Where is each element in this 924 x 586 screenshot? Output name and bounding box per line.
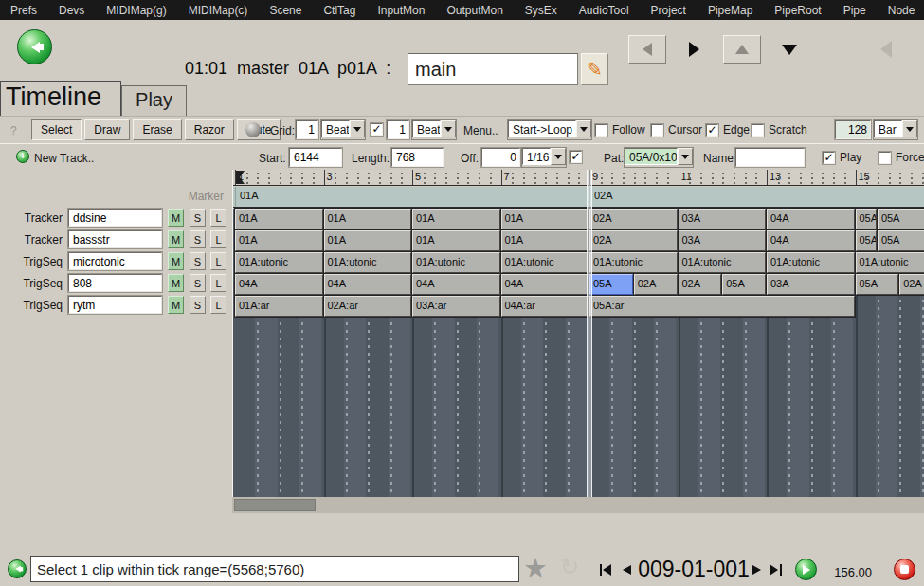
- new-track-button[interactable]: New Track..: [34, 152, 94, 165]
- lock-button[interactable]: L: [210, 274, 226, 292]
- timeline-ruler[interactable]: 13579111315: [233, 170, 924, 186]
- grid2-unit-select[interactable]: Beat: [412, 120, 456, 139]
- clip[interactable]: 01A:ar: [235, 296, 323, 317]
- menu-item-prefs[interactable]: Prefs: [10, 4, 37, 17]
- mute-button[interactable]: M: [168, 296, 184, 314]
- menu-item-piperoot[interactable]: PipeRoot: [774, 4, 821, 17]
- clip[interactable]: 02A: [589, 209, 678, 229]
- track-name-input[interactable]: [68, 209, 162, 227]
- clip[interactable]: 02A: [679, 274, 722, 295]
- marker-segment[interactable]: 02A: [589, 187, 924, 207]
- scratch-checkbox[interactable]: Scratch: [752, 123, 807, 137]
- clip[interactable]: 05A: [878, 230, 924, 251]
- menu-item-scene[interactable]: Scene: [269, 4, 301, 17]
- clip[interactable]: 01A: [412, 209, 500, 229]
- clip[interactable]: 01A:utonic: [412, 252, 500, 273]
- bar-count-input[interactable]: [835, 120, 871, 139]
- skip-start-icon[interactable]: [600, 564, 612, 576]
- menu-item-outputmon[interactable]: OutputMon: [446, 4, 502, 17]
- clip[interactable]: 01A: [235, 209, 323, 229]
- clip[interactable]: 04A: [235, 274, 323, 295]
- menu-item-sysex[interactable]: SysEx: [525, 4, 557, 17]
- clip[interactable]: 01A:utonic: [501, 252, 589, 273]
- clip[interactable]: 03A: [679, 230, 767, 251]
- clip[interactable]: 05A: [856, 230, 877, 251]
- dropdown-arrow-icon[interactable]: [441, 120, 456, 137]
- playback-cursor[interactable]: [587, 170, 592, 497]
- bar-unit-select[interactable]: Bar: [874, 120, 917, 139]
- menu-item-inputmon[interactable]: InputMon: [377, 4, 425, 17]
- star-icon[interactable]: ★: [523, 552, 548, 584]
- clip[interactable]: 04A: [767, 230, 855, 251]
- clip[interactable]: 01A: [324, 209, 412, 229]
- menu-item-ctltag[interactable]: CtlTag: [323, 4, 355, 17]
- clip[interactable]: 05A: [856, 209, 877, 229]
- clip[interactable]: 01A:utonic: [856, 252, 924, 273]
- menu-item-midimapg[interactable]: MIDIMap(g): [106, 4, 166, 17]
- clip[interactable]: 01A:utonic: [679, 252, 767, 273]
- clip[interactable]: 01A: [501, 209, 589, 229]
- mute-button[interactable]: M: [168, 252, 184, 270]
- clip-name-input[interactable]: [735, 148, 805, 167]
- timeline-grid[interactable]: 13579111315 01A02A 01A01A01A01A02A03A04A…: [232, 170, 924, 497]
- clip[interactable]: 04A:ar: [501, 296, 589, 317]
- clip[interactable]: 01A:utonic: [235, 252, 323, 273]
- off-checkbox[interactable]: ✓: [570, 151, 582, 163]
- play-button[interactable]: [795, 559, 817, 580]
- menu-item-audiotool[interactable]: AudioTool: [579, 4, 629, 17]
- marker-row[interactable]: 01A02A: [233, 187, 924, 208]
- grid-link-checkbox[interactable]: ✓: [371, 123, 383, 136]
- clip[interactable]: 01A:utonic: [324, 252, 412, 273]
- next-button[interactable]: [675, 35, 713, 64]
- lock-button[interactable]: L: [210, 209, 226, 227]
- clip[interactable]: 03A:ar: [412, 296, 500, 317]
- clip[interactable]: 01A:utonic: [589, 252, 678, 273]
- tab-play[interactable]: Play: [121, 85, 187, 116]
- menu-button[interactable]: Menu..: [463, 124, 498, 137]
- menu-item-project[interactable]: Project: [651, 4, 686, 17]
- back-button[interactable]: [17, 29, 52, 64]
- dropdown-arrow-icon[interactable]: [350, 120, 365, 137]
- track-name-input[interactable]: [68, 296, 162, 314]
- clip[interactable]: 03A: [767, 274, 855, 295]
- clip[interactable]: 04A: [767, 209, 855, 229]
- menu-item-devs[interactable]: Devs: [59, 4, 84, 17]
- clip[interactable]: 01A: [324, 230, 412, 251]
- grid1-value-input[interactable]: [296, 120, 318, 139]
- clip[interactable]: 05A: [856, 274, 899, 295]
- clip[interactable]: 05A: [589, 274, 633, 295]
- monitor-button[interactable]: [867, 35, 905, 64]
- off-unit-select[interactable]: 1/16: [522, 148, 566, 167]
- play-checkbox[interactable]: ✓Play: [823, 151, 861, 164]
- menu-item-midimapc[interactable]: MIDIMap(c): [189, 4, 248, 17]
- record-button[interactable]: [894, 559, 915, 580]
- follow-checkbox[interactable]: Follow: [595, 123, 645, 137]
- solo-button[interactable]: S: [190, 296, 206, 314]
- dropdown-arrow-icon[interactable]: [678, 148, 693, 165]
- edge-checkbox[interactable]: ✓Edge: [706, 123, 750, 137]
- tool-erase[interactable]: Erase: [133, 119, 181, 140]
- clip[interactable]: 05A: [878, 209, 924, 229]
- clip[interactable]: 02A: [899, 274, 924, 295]
- mute-button[interactable]: M: [168, 209, 184, 227]
- solo-button[interactable]: S: [190, 209, 206, 227]
- clip[interactable]: 02A: [634, 274, 678, 295]
- refresh-icon[interactable]: ↻: [560, 554, 579, 580]
- marker-segment[interactable]: 01A: [235, 187, 589, 207]
- solo-button[interactable]: S: [190, 274, 206, 292]
- clip[interactable]: 01A: [235, 230, 323, 251]
- clip[interactable]: 01A:utonic: [767, 252, 855, 273]
- mute-button[interactable]: M: [168, 274, 184, 292]
- pattern-select[interactable]: 05A/0x10: [625, 148, 693, 167]
- skip-end-icon[interactable]: [770, 564, 782, 576]
- scrollbar-thumb[interactable]: [234, 499, 316, 511]
- sphere-icon[interactable]: [245, 122, 261, 137]
- length-input[interactable]: [391, 148, 444, 167]
- clip[interactable]: 01A: [501, 230, 589, 251]
- force-checkbox[interactable]: Force: [879, 151, 924, 164]
- solo-button[interactable]: S: [190, 252, 206, 270]
- dropdown-arrow-icon[interactable]: [902, 120, 917, 137]
- tool-draw[interactable]: Draw: [84, 119, 130, 140]
- menu-item-node[interactable]: Node: [888, 4, 915, 17]
- solo-button[interactable]: S: [190, 230, 206, 248]
